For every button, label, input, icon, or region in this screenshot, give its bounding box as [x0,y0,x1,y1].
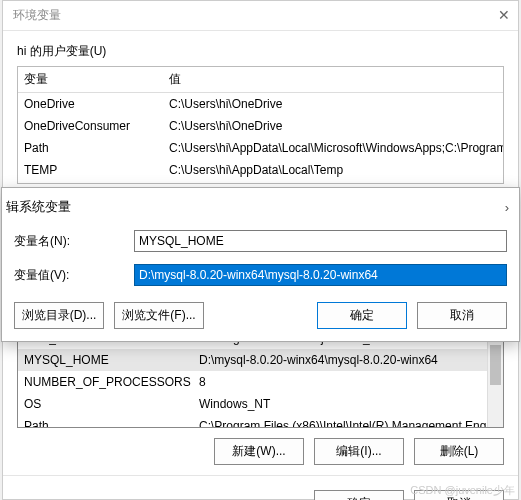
system-vars-button-row: 新建(W)... 编辑(I)... 删除(L) [3,428,518,469]
cell-val: 8 [193,371,503,393]
variable-value-input[interactable] [134,264,507,286]
ok-button[interactable]: 确定 [314,490,404,500]
cell-var: TEMP [18,159,163,181]
watermark: CSDN @juvenile少年 [410,483,515,498]
cell-var: MYSQL_HOME [18,349,193,371]
table-row[interactable]: Path C:\Users\hi\AppData\Local\Microsoft… [18,137,503,159]
table-header: 变量 值 [18,67,503,93]
table-row[interactable]: NUMBER_OF_PROCESSORS 8 [18,371,503,393]
table-row[interactable]: OneDrive C:\Users\hi\OneDrive [18,93,503,115]
table-row[interactable]: OneDriveConsumer C:\Users\hi\OneDrive [18,115,503,137]
variable-name-label: 变量名(N): [14,233,134,250]
table-row[interactable]: Path C:\Program Files (x86)\Intel\Intel(… [18,415,503,428]
dialog-button-row: 浏览目录(D)... 浏览文件(F)... 确定 取消 [2,292,519,333]
variable-name-input[interactable] [134,230,507,252]
cell-val: C:\Users\hi\AppData\Local\Temp [163,159,503,181]
variable-value-label: 变量值(V): [14,267,134,284]
close-icon[interactable]: ✕ [498,7,510,23]
ok-button[interactable]: 确定 [317,302,407,329]
cell-var: OS [18,393,193,415]
titlebar: 环境变量 ✕ [3,1,518,31]
cell-val: C:\Users\hi\OneDrive [163,115,503,137]
scrollbar[interactable] [487,327,503,427]
col-header-variable[interactable]: 变量 [18,67,163,92]
cell-val: Windows_NT [193,393,503,415]
col-header-value[interactable]: 值 [163,67,503,92]
new-button[interactable]: 新建(W)... [214,438,304,465]
cell-val: D:\mysql-8.0.20-winx64\mysql-8.0.20-winx… [193,349,503,371]
delete-button[interactable]: 删除(L) [414,438,504,465]
cell-var: OneDriveConsumer [18,115,163,137]
user-vars-table[interactable]: 变量 值 OneDrive C:\Users\hi\OneDrive OneDr… [17,66,504,184]
cell-val: C:\Program Files (x86)\Intel\Intel(R) Ma… [193,415,503,428]
cancel-button[interactable]: 取消 [417,302,507,329]
cell-val: C:\Users\hi\AppData\Local\Microsoft\Wind… [163,137,503,159]
scroll-thumb[interactable] [490,345,501,385]
window-title: 环境变量 [13,7,61,24]
cell-var: Path [18,415,193,428]
edit-button[interactable]: 编辑(I)... [314,438,404,465]
edit-system-variable-dialog: 辑系统变量 › 变量名(N): 变量值(V): 浏览目录(D)... 浏览文件(… [1,187,520,342]
variable-value-row: 变量值(V): [2,258,519,292]
variable-name-row: 变量名(N): [2,224,519,258]
table-row[interactable]: OS Windows_NT [18,393,503,415]
dialog-title: 辑系统变量 › [2,188,519,224]
user-vars-label: hi 的用户变量(U) [3,31,518,66]
chevron-right-icon[interactable]: › [505,200,509,215]
environment-variables-window: 环境变量 ✕ hi 的用户变量(U) 变量 值 OneDrive C:\User… [2,0,519,500]
cell-val: C:\Users\hi\OneDrive [163,93,503,115]
browse-file-button[interactable]: 浏览文件(F)... [114,302,204,329]
browse-directory-button[interactable]: 浏览目录(D)... [14,302,104,329]
cell-var: Path [18,137,163,159]
table-row[interactable]: TEMP C:\Users\hi\AppData\Local\Temp [18,159,503,181]
table-row[interactable]: MYSQL_HOME D:\mysql-8.0.20-winx64\mysql-… [18,349,503,371]
cell-var: NUMBER_OF_PROCESSORS [18,371,193,393]
cell-var: OneDrive [18,93,163,115]
